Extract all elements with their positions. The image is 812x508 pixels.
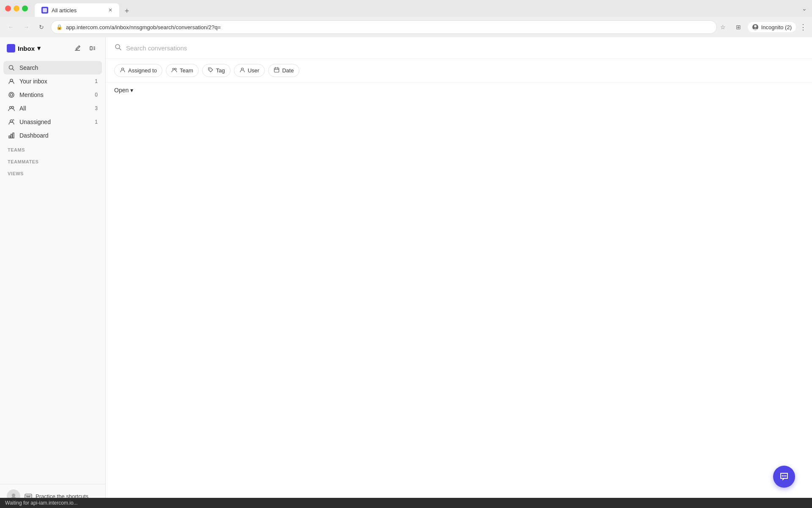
your-inbox-label: Your inbox	[19, 78, 91, 85]
extensions-button[interactable]: ⊞	[732, 21, 744, 33]
search-conversations-input[interactable]	[126, 44, 804, 52]
browser-statusbar: Waiting for api-iam.intercom.io...	[0, 498, 812, 508]
extensions-area: ⊞ Incognito (2) ⋮	[732, 21, 807, 33]
all-icon	[8, 105, 15, 112]
sidebar-nav: Search Your inbox 1 Mentions 0	[0, 59, 105, 484]
teams-section-label: TEAMS	[3, 142, 102, 154]
search-icon	[8, 64, 15, 72]
svg-rect-21	[26, 495, 27, 496]
inbox-title[interactable]: Inbox ▾	[7, 44, 41, 52]
your-inbox-icon	[8, 77, 15, 85]
status-dropdown[interactable]: Open ▾	[114, 87, 133, 94]
chat-fab-icon	[779, 472, 789, 482]
close-window-button[interactable]	[5, 6, 11, 11]
inbox-label: Inbox	[18, 45, 35, 52]
svg-point-2	[754, 25, 757, 28]
tab-favicon	[41, 7, 48, 14]
svg-point-28	[122, 68, 124, 70]
empty-content	[106, 98, 812, 508]
unassigned-label: Unassigned	[19, 119, 91, 125]
incognito-indicator: Incognito (2)	[748, 22, 796, 32]
sidebar-item-all[interactable]: All 3	[3, 102, 102, 115]
svg-rect-23	[29, 495, 30, 496]
statusbar-text: Waiting for api-iam.intercom.io...	[5, 500, 78, 506]
sidebar-item-unassigned[interactable]: Unassigned 1	[3, 115, 102, 129]
tab-list-button[interactable]: ⌄	[802, 5, 807, 12]
status-label: Open	[114, 87, 129, 94]
minimize-window-button[interactable]	[14, 6, 19, 11]
browser-menu-button[interactable]: ⋮	[799, 22, 807, 32]
team-filter[interactable]: Team	[166, 64, 199, 77]
sidebar-item-your-inbox[interactable]: Your inbox 1	[3, 75, 102, 88]
svg-point-31	[209, 69, 210, 69]
mentions-icon	[8, 91, 15, 99]
maximize-window-button[interactable]	[22, 6, 28, 11]
date-filter[interactable]: Date	[268, 64, 299, 77]
assigned-to-label: Assigned to	[128, 67, 157, 74]
unassigned-icon	[8, 118, 15, 126]
teammates-section-label: TEAMMATES	[3, 154, 102, 166]
incognito-label: Incognito (2)	[761, 24, 792, 30]
compose-icon	[74, 45, 81, 52]
lock-icon: 🔒	[56, 24, 63, 30]
user-icon	[239, 67, 245, 74]
sidebar-item-mentions[interactable]: Mentions 0	[3, 88, 102, 102]
mentions-count: 0	[95, 92, 98, 98]
assigned-to-icon	[120, 67, 126, 74]
svg-point-11	[9, 92, 14, 97]
svg-point-39	[785, 475, 787, 477]
svg-rect-18	[13, 133, 14, 138]
active-tab[interactable]: All articles ✕	[35, 3, 119, 17]
team-label: Team	[180, 67, 193, 74]
address-bar[interactable]: 🔒 app.intercom.com/a/inbox/nnsgmgob/sear…	[51, 20, 717, 34]
address-text: app.intercom.com/a/inbox/nnsgmgob/search…	[66, 24, 711, 30]
filter-bar: Assigned to Team Tag User	[106, 59, 812, 83]
search-header	[106, 37, 812, 59]
svg-rect-3	[90, 47, 92, 50]
sidebar-item-dashboard[interactable]: Dashboard	[3, 129, 102, 142]
tab-title: All articles	[52, 7, 77, 14]
svg-rect-33	[274, 68, 279, 72]
dashboard-icon	[8, 132, 15, 139]
your-inbox-count: 1	[95, 78, 98, 84]
forward-button[interactable]: →	[20, 21, 32, 33]
svg-point-19	[12, 494, 15, 497]
search-label: Search	[19, 64, 98, 71]
all-count: 3	[95, 105, 98, 111]
svg-point-32	[241, 68, 243, 70]
sidebar-header-actions	[71, 42, 99, 54]
svg-point-29	[173, 68, 174, 70]
svg-line-15	[13, 119, 14, 120]
traffic-lights	[5, 6, 28, 11]
collapse-icon	[89, 45, 96, 52]
user-filter[interactable]: User	[234, 64, 265, 77]
collapse-sidebar-button[interactable]	[87, 42, 99, 54]
back-button[interactable]: ←	[5, 21, 17, 33]
browser-tabs: All articles ✕ +	[35, 0, 133, 17]
sidebar-item-search[interactable]: Search	[3, 61, 102, 75]
svg-rect-16	[9, 136, 10, 138]
svg-point-38	[784, 475, 785, 477]
chat-fab-button[interactable]	[773, 466, 795, 488]
tag-filter[interactable]: Tag	[202, 64, 230, 77]
svg-rect-22	[27, 495, 28, 496]
svg-point-37	[782, 475, 783, 477]
compose-button[interactable]	[71, 42, 83, 54]
incognito-icon	[752, 24, 759, 30]
assigned-to-filter[interactable]: Assigned to	[114, 64, 162, 77]
bookmark-button[interactable]: ☆	[720, 24, 726, 30]
search-input-icon	[114, 43, 122, 52]
mentions-label: Mentions	[19, 91, 91, 98]
unassigned-count: 1	[95, 119, 98, 125]
tag-icon	[208, 67, 214, 74]
svg-rect-17	[11, 134, 12, 138]
tab-close-button[interactable]: ✕	[108, 7, 112, 13]
new-tab-button[interactable]: +	[121, 5, 133, 17]
svg-point-10	[10, 94, 13, 96]
date-label: Date	[282, 67, 294, 74]
svg-point-30	[175, 68, 176, 70]
sidebar-header: Inbox ▾	[0, 37, 105, 59]
svg-point-13	[12, 107, 14, 109]
views-section-label: VIEWS	[3, 166, 102, 178]
refresh-button[interactable]: ↻	[36, 21, 47, 33]
